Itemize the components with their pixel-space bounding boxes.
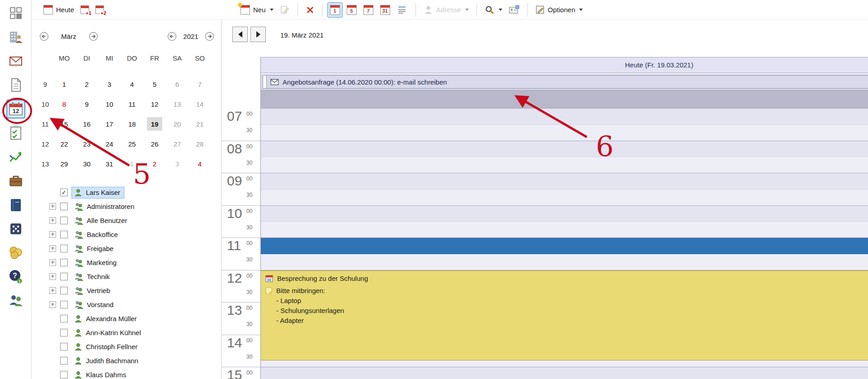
mini-calendar-day[interactable]: 4: [121, 74, 143, 94]
user-tree-item[interactable]: + Alle Benutzer: [32, 213, 221, 227]
mini-calendar-day[interactable]: 7: [189, 74, 211, 94]
user-checkbox[interactable]: [60, 287, 68, 294]
expand-icon[interactable]: +: [49, 217, 56, 224]
mini-calendar-day[interactable]: 23: [75, 134, 98, 154]
mini-calendar-day[interactable]: 31: [98, 154, 121, 174]
expand-icon[interactable]: +: [49, 273, 56, 280]
user-checkbox[interactable]: [60, 329, 68, 336]
user-checkbox[interactable]: [60, 203, 68, 210]
mini-calendar-day[interactable]: 17: [98, 114, 121, 134]
sidebar-item-products[interactable]: [6, 219, 25, 238]
mini-calendar-day[interactable]: 24: [98, 134, 121, 154]
mini-calendar-day[interactable]: 27: [166, 134, 189, 154]
time-slot-30[interactable]: [261, 351, 868, 367]
prev-year-button[interactable]: [167, 32, 177, 41]
edit-button[interactable]: [277, 3, 293, 17]
allday-event[interactable]: Angebotsanfrage (14.06.2020 00:00): e-ma…: [263, 75, 868, 89]
user-checkbox[interactable]: [60, 259, 68, 266]
user-tree-item[interactable]: + Alexandra Müller: [32, 312, 221, 326]
options-button[interactable]: Optionen: [532, 3, 586, 17]
user-checkbox[interactable]: [60, 357, 68, 365]
user-tree-item[interactable]: + Klaus Dahms: [32, 368, 221, 379]
user-tree-item[interactable]: + Marketing: [32, 256, 221, 270]
view-7-days-button[interactable]: 7: [361, 2, 376, 18]
time-slot-00[interactable]: [261, 367, 868, 379]
mini-calendar-day[interactable]: 29: [53, 154, 75, 174]
user-checkbox[interactable]: [60, 301, 68, 308]
sidebar-item-opportunities[interactable]: [6, 147, 25, 166]
mini-calendar-day[interactable]: 3: [98, 74, 121, 94]
delete-button[interactable]: [302, 3, 318, 17]
next-day-button[interactable]: [250, 27, 266, 42]
time-slot-00[interactable]: [261, 173, 868, 190]
mini-calendar-day[interactable]: 8: [121, 174, 143, 179]
time-slot-00[interactable]: [261, 270, 868, 287]
sidebar-item-mail[interactable]: [6, 52, 25, 71]
mini-calendar-day[interactable]: 15: [53, 114, 75, 134]
time-slot-30[interactable]: [261, 319, 868, 335]
mini-calendar-day[interactable]: 1: [121, 154, 143, 174]
mini-calendar-day[interactable]: 5: [53, 174, 75, 179]
prev-month-button[interactable]: [39, 32, 49, 41]
view-1-day-button[interactable]: 1: [327, 2, 343, 18]
mini-calendar-day[interactable]: 4: [189, 154, 211, 174]
mini-calendar-day[interactable]: 2: [75, 74, 98, 94]
expand-icon[interactable]: +: [49, 259, 56, 266]
user-checkbox[interactable]: [60, 217, 68, 224]
mini-calendar-day[interactable]: 18: [121, 114, 143, 134]
mini-calendar-day[interactable]: 13: [166, 94, 189, 114]
time-slot-00[interactable]: [261, 206, 868, 222]
mini-calendar-day[interactable]: 10: [166, 174, 189, 179]
sidebar-item-documents[interactable]: [6, 76, 25, 95]
sidebar-item-calendar[interactable]: 12: [6, 99, 25, 118]
sidebar-item-tasks[interactable]: [6, 123, 25, 142]
mini-calendar-day[interactable]: 9: [75, 94, 98, 114]
user-tree-item[interactable]: + Christoph Fellner: [32, 340, 221, 354]
time-slot-00[interactable]: [261, 109, 868, 125]
mini-calendar-day[interactable]: 6: [166, 74, 189, 94]
mini-calendar-day[interactable]: 20: [166, 114, 189, 134]
time-slot-30[interactable]: [261, 254, 868, 270]
mini-calendar-day[interactable]: 10: [98, 94, 121, 114]
expand-icon[interactable]: +: [49, 245, 56, 252]
time-slot-00[interactable]: [261, 303, 868, 319]
mini-calendar-day[interactable]: 7: [98, 174, 121, 179]
mini-calendar-day[interactable]: 12: [143, 94, 166, 114]
mini-calendar-day[interactable]: 5: [143, 74, 166, 94]
mini-calendar-day[interactable]: 22: [53, 134, 75, 154]
contact-card-button[interactable]: [505, 3, 523, 17]
adresse-button[interactable]: Adresse: [420, 3, 472, 17]
view-31-days-button[interactable]: 31: [377, 2, 393, 18]
user-tree-item[interactable]: + Freigabe: [32, 242, 221, 256]
mini-calendar-day[interactable]: 25: [121, 134, 143, 154]
user-checkbox[interactable]: [60, 273, 68, 280]
next-year-button[interactable]: [205, 32, 214, 41]
time-slot-30[interactable]: [261, 190, 868, 205]
time-slot-00[interactable]: [261, 335, 868, 351]
mini-calendar-day[interactable]: 8: [53, 94, 75, 114]
time-slot-00[interactable]: [261, 141, 868, 157]
day-column-header[interactable]: Heute (Fr. 19.03.2021): [261, 57, 868, 73]
user-checkbox[interactable]: [60, 371, 68, 379]
view-5-days-button[interactable]: 5: [344, 2, 359, 18]
sidebar-item-contacts[interactable]: [6, 28, 25, 47]
mini-calendar-day[interactable]: 1: [53, 74, 75, 94]
user-tree-item[interactable]: + Backoffice: [32, 227, 221, 242]
mini-calendar-day[interactable]: 9: [143, 174, 166, 179]
sidebar-item-documentation[interactable]: [6, 195, 25, 214]
time-slot-30[interactable]: [261, 286, 868, 302]
mini-calendar-day[interactable]: 3: [166, 154, 189, 174]
time-slot-30[interactable]: [261, 125, 868, 141]
sidebar-item-modules[interactable]: [6, 4, 25, 23]
mini-calendar-day[interactable]: 11: [189, 174, 211, 179]
sidebar-item-projects[interactable]: [6, 171, 25, 190]
sidebar-item-help[interactable]: ? !: [6, 267, 25, 286]
plus-one-day-button[interactable]: +1: [77, 3, 92, 16]
mini-calendar-day[interactable]: 2: [143, 154, 166, 174]
allday-row-empty[interactable]: [261, 90, 868, 109]
user-tree-item[interactable]: + Technik: [32, 270, 221, 284]
time-slot-30[interactable]: [261, 157, 868, 173]
expand-icon[interactable]: +: [49, 203, 56, 210]
user-checkbox[interactable]: [60, 315, 68, 322]
expand-icon[interactable]: +: [49, 231, 56, 238]
